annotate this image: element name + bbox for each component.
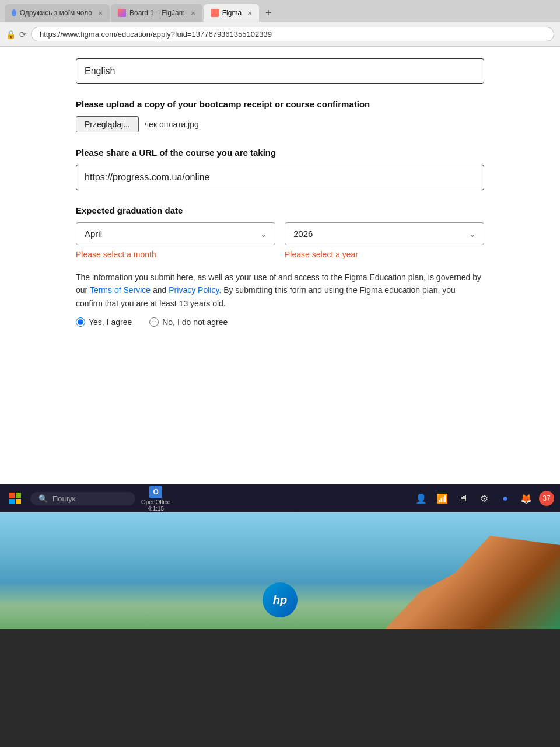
terms-of-service-link[interactable]: Terms of Service [90, 285, 150, 295]
month-select[interactable]: April January February March May June Ju… [76, 222, 275, 245]
svg-rect-3 [16, 499, 21, 504]
file-name: чек оплати.jpg [145, 120, 199, 129]
tab-2[interactable]: Board 1 – FigJam ✕ [111, 4, 202, 22]
url-input[interactable] [76, 165, 484, 190]
taskbar-person-icon[interactable]: 👤 [413, 490, 429, 507]
year-error: Please select a year [285, 250, 484, 259]
file-upload-row: Przeglądaj... чек оплати.jpg [76, 116, 484, 132]
tab1-label: Одружись з моїм чоло [20, 9, 92, 17]
disagree-label[interactable]: No, I do not agree [149, 316, 228, 329]
agree-radio[interactable] [76, 317, 85, 327]
address-bar: 🔒 ⟳ [0, 22, 560, 47]
taskbar-search[interactable]: 🔍 Пошук [30, 492, 135, 505]
tab1-close[interactable]: ✕ [98, 10, 103, 16]
date-validation-row: Please select a month Please select a ye… [76, 250, 484, 259]
graduation-date-section: Expected graduation date April January F… [76, 204, 484, 259]
refresh-icon[interactable]: ⟳ [19, 30, 26, 39]
privacy-policy-link[interactable]: Privacy Policy [169, 285, 219, 295]
agree-label[interactable]: Yes, I agree [76, 316, 132, 329]
browser-nav-icons: 🔒 ⟳ [6, 30, 26, 39]
openoffice-icon: O [149, 486, 162, 498]
language-section [76, 58, 484, 84]
tab3-label: Figma [222, 9, 242, 17]
month-select-wrapper: April January February March May June Ju… [76, 222, 275, 245]
year-select[interactable]: 2026 2024 2025 2027 2028 [285, 222, 484, 245]
tab1-favicon [12, 9, 16, 16]
search-label: Пошук [52, 494, 75, 503]
agreement-radio-group: Yes, I agree No, I do not agree [76, 316, 484, 329]
month-error: Please select a month [76, 250, 275, 259]
agree-text: Yes, I agree [89, 316, 132, 329]
graduation-label: Expected graduation date [76, 204, 484, 217]
tab3-close[interactable]: ✕ [247, 10, 252, 16]
upload-label: Please upload a copy of your bootcamp re… [76, 98, 484, 110]
disagree-text: No, I do not agree [162, 316, 228, 329]
openoffice-label: OpenOffice [141, 499, 170, 505]
tab2-favicon [118, 9, 126, 17]
svg-rect-0 [9, 493, 15, 498]
file-upload-section: Please upload a copy of your bootcamp re… [76, 98, 484, 132]
tab-bar: Одружись з моїм чоло ✕ Board 1 – FigJam … [0, 0, 560, 22]
browser-window: Одружись з моїм чоло ✕ Board 1 – FigJam … [0, 0, 560, 484]
tab2-label: Board 1 – FigJam [130, 9, 185, 17]
taskbar-time: 4:1:15 [148, 505, 164, 512]
search-icon: 🔍 [38, 494, 48, 503]
svg-rect-1 [16, 493, 21, 498]
year-select-wrapper: 2026 2024 2025 2027 2028 ⌄ [285, 222, 484, 245]
taskbar-app2-icon[interactable]: 🦊 [518, 490, 534, 507]
continent-shape [385, 536, 560, 629]
terms-text-2: and [150, 285, 169, 295]
hp-logo: hp [262, 582, 298, 617]
wallpaper-strip: hp [0, 512, 560, 629]
taskbar-right: 👤 📶 🖥 ⚙ ● 🦊 37 [413, 490, 554, 507]
tab3-favicon [211, 9, 219, 17]
tab-3[interactable]: Figma ✕ [204, 4, 259, 22]
taskbar: 🔍 Пошук O OpenOffice 4:1:15 👤 📶 🖥 ⚙ ● 🦊 … [0, 484, 560, 512]
terms-paragraph: The information you submit here, as well… [76, 271, 484, 310]
taskbar-user-icon[interactable]: 37 [539, 491, 554, 506]
browse-button[interactable]: Przeglądaj... [76, 116, 139, 132]
taskbar-chrome-icon[interactable]: ● [497, 490, 513, 507]
address-input[interactable] [31, 27, 554, 41]
taskbar-openoffice[interactable]: O OpenOffice 4:1:15 [141, 486, 170, 512]
url-section: Please share a URL of the course you are… [76, 146, 484, 190]
start-button[interactable] [6, 489, 24, 508]
shield-icon: 🔒 [6, 30, 16, 39]
tab2-close[interactable]: ✕ [191, 10, 195, 16]
taskbar-monitor-icon[interactable]: 🖥 [455, 490, 471, 507]
taskbar-settings-icon[interactable]: ⚙ [476, 490, 492, 507]
date-dropdowns: April January February March May June Ju… [76, 222, 484, 245]
svg-rect-2 [9, 499, 15, 504]
language-input[interactable] [76, 58, 484, 84]
url-label: Please share a URL of the course you are… [76, 146, 484, 159]
disagree-radio[interactable] [149, 317, 159, 327]
new-tab-button[interactable]: + [260, 5, 276, 21]
page-content: Please upload a copy of your bootcamp re… [0, 47, 560, 484]
terms-section: The information you submit here, as well… [76, 271, 484, 329]
taskbar-network-icon[interactable]: 📶 [434, 490, 450, 507]
tab-1[interactable]: Одружись з моїм чоло ✕ [5, 4, 110, 22]
